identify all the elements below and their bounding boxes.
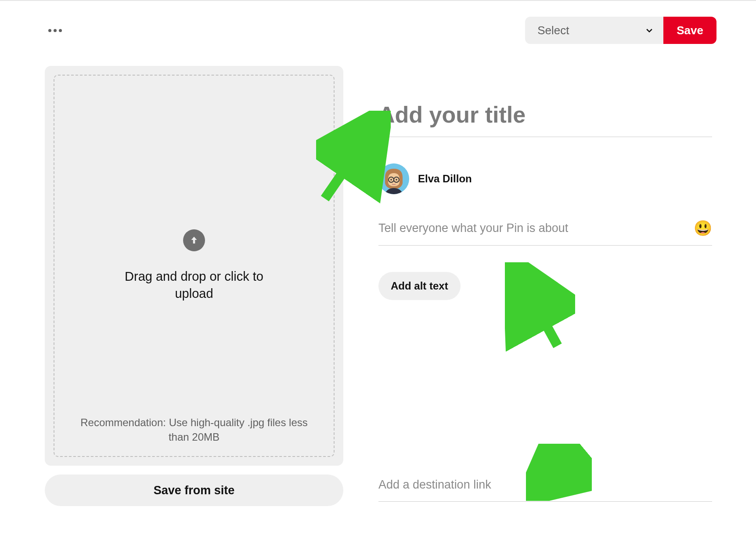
svg-point-4 [390, 179, 392, 181]
upload-recommendation-text: Recommendation: Use high-quality .jpg fi… [72, 415, 316, 445]
title-input[interactable] [378, 99, 712, 137]
save-from-site-button[interactable]: Save from site [45, 474, 343, 506]
upload-main-text: Drag and drop or click to upload [111, 268, 277, 302]
more-options-button[interactable] [45, 25, 65, 36]
upload-icon-circle [183, 229, 205, 251]
user-row: Elva Dillon [378, 163, 712, 194]
dot-icon [59, 29, 62, 32]
dot-icon [54, 29, 57, 32]
right-column: Elva Dillon 😃 Add alt text [378, 13, 716, 536]
user-name: Elva Dillon [418, 173, 472, 185]
save-button[interactable]: Save [663, 17, 716, 44]
emoji-picker-button[interactable]: 😃 [694, 221, 712, 235]
upload-dashed-border: Drag and drop or click to upload Recomme… [54, 75, 335, 457]
description-input[interactable] [378, 221, 694, 235]
chevron-down-icon [645, 26, 654, 35]
svg-point-5 [396, 179, 397, 181]
destination-link-input[interactable] [378, 474, 712, 502]
left-column: Drag and drop or click to upload Recomme… [45, 13, 343, 536]
avatar-illustration [378, 163, 409, 194]
header-row: Select Save [45, 17, 716, 44]
description-row: 😃 [378, 221, 712, 246]
main-container: Drag and drop or click to upload Recomme… [0, 1, 756, 536]
board-select-label: Select [537, 24, 569, 37]
avatar[interactable] [378, 163, 409, 194]
dot-icon [48, 29, 51, 32]
header-right: Select Save [525, 17, 716, 44]
upload-area[interactable]: Drag and drop or click to upload Recomme… [45, 66, 343, 466]
upload-arrow-icon [189, 235, 199, 245]
add-alt-text-button[interactable]: Add alt text [378, 272, 461, 300]
board-select-dropdown[interactable]: Select [525, 17, 663, 44]
